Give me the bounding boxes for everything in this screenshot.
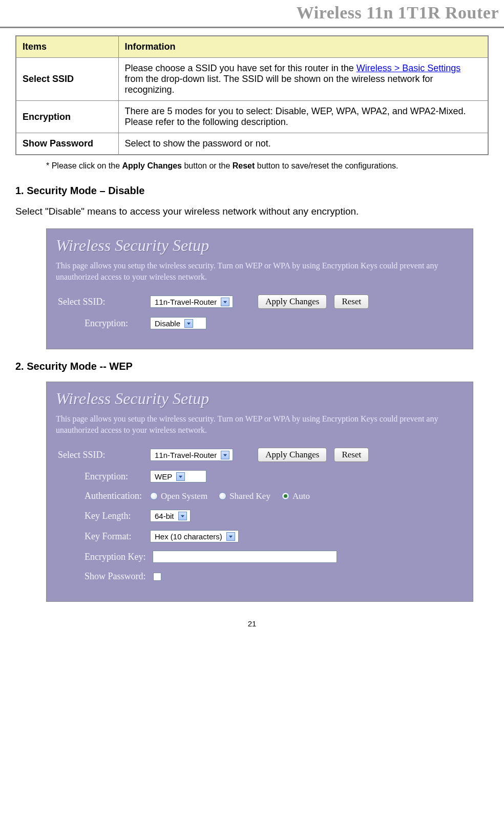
page-title: Wireless 11n 1T1R Router [297,3,499,22]
encryption-dropdown-value: Disable [155,319,180,328]
encryption-dropdown[interactable]: Disable [150,317,206,329]
note-post: button to save/reset the configurations. [255,161,398,170]
key-format-value: Hex (10 characters) [155,532,222,541]
radio-label: Open System [161,491,207,501]
cell-item: Select SSID [16,58,118,101]
section-heading-disable: 1. Security Mode – Disable [15,185,489,197]
panel-description: This page allows you setup the wireless … [56,260,464,282]
chevron-down-icon [221,451,229,459]
row-select-ssid: Select SSID: 11n-Travel-Router Apply Cha… [56,295,464,309]
cell-text-pre: Please choose a SSID you have set for th… [125,63,356,73]
page-number: 21 [0,619,504,633]
key-format-dropdown[interactable]: Hex (10 characters) [150,530,239,542]
panel-title: Wireless Security Setup [56,389,464,408]
radio-label: Shared Key [229,491,270,501]
cell-item: Encryption [16,101,118,133]
apply-changes-button[interactable]: Apply Changes [258,295,327,309]
radio-icon [282,492,289,500]
security-panel-disable: Wireless Security Setup This page allows… [46,228,473,349]
label-encryption: Encryption: [56,471,143,482]
cell-info: Select to show the password or not. [118,133,488,155]
encryption-dropdown[interactable]: WEP [150,470,206,482]
table-row: Encryption There are 5 modes for you to … [16,101,488,133]
reset-button[interactable]: Reset [334,448,369,462]
radio-icon [219,492,226,500]
row-encryption-key: Encryption Key: [56,551,464,563]
chevron-down-icon [226,532,235,541]
link-wireless-basic-settings[interactable]: Wireless > Basic Settings [356,63,461,73]
chevron-down-icon [221,298,229,306]
radio-auto[interactable]: Auto [282,491,310,501]
label-key-format: Key Format: [56,531,143,542]
label-key-length: Key Length: [56,511,143,521]
label-select-ssid: Select SSID: [56,297,143,307]
note-pre: * Please click on the [46,161,122,170]
svg-marker-0 [223,301,227,303]
label-show-password: Show Password: [56,571,146,582]
svg-marker-3 [179,476,182,478]
svg-marker-4 [180,515,184,518]
row-select-ssid: Select SSID: 11n-Travel-Router Apply Cha… [56,448,464,462]
encryption-dropdown-value: WEP [155,472,172,481]
row-authentication: Authentication: Open System Shared Key A… [56,491,464,501]
cell-item: Show Password [16,133,118,155]
show-password-checkbox[interactable] [153,573,161,581]
radio-icon [150,492,158,500]
row-show-password: Show Password: [56,571,464,582]
radio-open-system[interactable]: Open System [150,491,207,501]
cell-info: Please choose a SSID you have set for th… [118,58,488,101]
svg-marker-2 [223,454,227,457]
chevron-down-icon [178,512,187,520]
label-encryption-key: Encryption Key: [56,552,145,562]
row-key-format: Key Format: Hex (10 characters) [56,530,464,542]
radio-shared-key[interactable]: Shared Key [219,491,270,501]
apply-changes-button[interactable]: Apply Changes [258,448,327,462]
row-encryption: Encryption: WEP [56,470,464,482]
label-encryption: Encryption: [56,318,143,329]
section-heading-wep: 2. Security Mode -- WEP [15,361,489,372]
reset-button[interactable]: Reset [334,295,369,309]
authentication-radio-group: Open System Shared Key Auto [150,491,310,501]
label-authentication: Authentication: [56,491,143,501]
panel-description: This page allows you setup the wireless … [56,413,464,435]
table-header-items: Items [16,36,118,58]
label-select-ssid: Select SSID: [56,450,143,460]
svg-marker-1 [187,322,191,325]
table-row: Select SSID Please choose a SSID you hav… [16,58,488,101]
key-length-value: 64-bit [155,512,174,520]
ssid-dropdown-value: 11n-Travel-Router [155,451,217,459]
section-text-disable: Select "Disable" means to access your wi… [15,206,489,217]
row-key-length: Key Length: 64-bit [56,510,464,522]
note-bold-apply: Apply Changes [122,161,182,170]
content-area: Items Information Select SSID Please cho… [0,28,504,602]
cell-info: There are 5 modes for you to select: Dis… [118,101,488,133]
security-panel-wep: Wireless Security Setup This page allows… [46,382,473,602]
row-encryption: Encryption: Disable [56,317,464,329]
panel-title: Wireless Security Setup [56,236,464,255]
footnote: * Please click on the Apply Changes butt… [46,161,489,171]
encryption-key-input[interactable] [153,551,337,563]
key-length-dropdown[interactable]: 64-bit [150,510,191,522]
info-table: Items Information Select SSID Please cho… [15,35,489,155]
page-header: Wireless 11n 1T1R Router [0,0,504,28]
svg-marker-5 [229,536,233,538]
table-row: Show Password Select to show the passwor… [16,133,488,155]
ssid-dropdown-value: 11n-Travel-Router [155,298,217,306]
note-mid: button or the [182,161,233,170]
note-bold-reset: Reset [233,161,255,170]
ssid-dropdown[interactable]: 11n-Travel-Router [150,449,233,461]
chevron-down-icon [176,472,185,481]
chevron-down-icon [184,319,193,328]
table-header-information: Information [118,36,488,58]
ssid-dropdown[interactable]: 11n-Travel-Router [150,296,233,308]
cell-text-post: from the drop-down list. The SSID will b… [125,74,433,95]
radio-label: Auto [292,491,310,501]
